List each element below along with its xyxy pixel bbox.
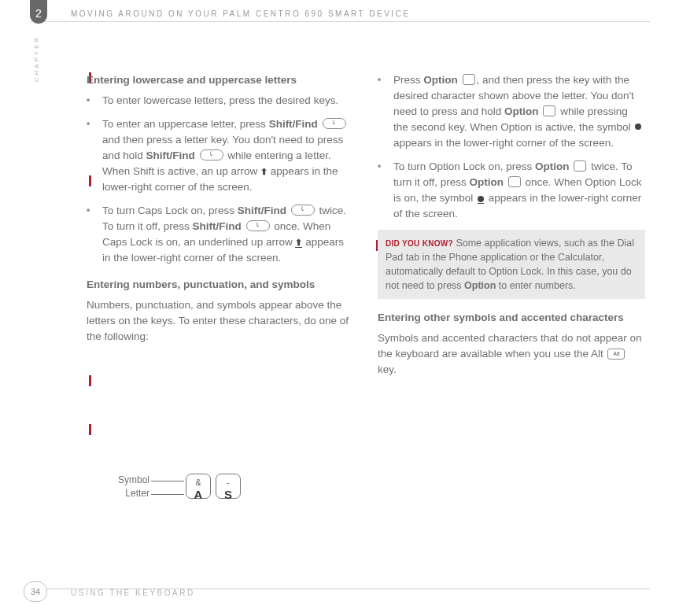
keyname: Option: [464, 280, 496, 291]
bullet-dot-icon: •: [87, 93, 102, 109]
keyname: Shift/Find: [269, 118, 318, 130]
keyname: Shift/Find: [193, 220, 242, 232]
key-a-icon: & A: [186, 474, 211, 499]
diagram-label-symbol: Symbol: [102, 474, 149, 485]
diagram-label-letter: Letter: [102, 488, 149, 499]
option-symbol-icon: [635, 124, 641, 130]
page-number-badge: 34: [24, 581, 47, 602]
key-s-icon: - S: [216, 474, 241, 499]
list-item: • To enter lowercase letters, press the …: [87, 93, 354, 109]
alt-key-icon: Alt: [607, 349, 625, 360]
diagram-leader-line: [151, 494, 184, 495]
list-item: • Press Option , and then press the key …: [378, 72, 645, 151]
text: To turn Caps Lock on, press: [102, 205, 238, 216]
option-lock-symbol-icon: [478, 196, 484, 204]
bullet-text: To enter an uppercase letter, press Shif…: [102, 116, 354, 195]
keyname: Option: [535, 160, 570, 172]
left-column: Entering lowercase and uppercase letters…: [87, 72, 354, 384]
chapter-label-vertical: CHAPTER: [33, 35, 40, 82]
paragraph: Symbols and accented characters that do …: [378, 330, 645, 378]
key-upper-glyph: -: [227, 478, 229, 487]
keyname: Shift/Find: [146, 149, 195, 161]
keyname: Option: [423, 74, 458, 86]
bullet-dot-icon: •: [378, 72, 393, 151]
text: appears in the lower-right corner of the…: [393, 137, 614, 149]
shift-find-key-icon: ⤹: [200, 149, 223, 160]
key-upper-glyph: &: [196, 478, 201, 487]
text: Press: [393, 74, 423, 86]
text: key.: [378, 363, 397, 375]
list-item: • To turn Option Lock on, press Option t…: [378, 159, 645, 222]
key-lower-glyph: S: [216, 489, 240, 501]
list-item: • To enter an uppercase letter, press Sh…: [87, 116, 354, 195]
keyname: Option: [504, 105, 539, 117]
chapter-number-badge: 2: [30, 0, 47, 24]
top-rule: [30, 21, 650, 22]
callout-lead: DID YOU KNOW?: [386, 239, 453, 248]
bullet-text: To enter lowercase letters, press the de…: [102, 93, 354, 109]
key-diagram: Symbol Letter & A - S: [102, 470, 323, 518]
text: To turn Option Lock on, press: [393, 160, 535, 172]
text: Symbols and accented characters that do …: [378, 332, 641, 360]
heading-lowercase-uppercase: Entering lowercase and uppercase letters: [87, 72, 354, 88]
bullet-dot-icon: •: [87, 116, 102, 195]
bullet-dot-icon: •: [378, 159, 393, 222]
option-key-icon: [508, 176, 521, 187]
keyname: Shift/Find: [238, 205, 286, 216]
list-item: • To turn Caps Lock on, press Shift/Find…: [87, 203, 354, 266]
diagram-leader-line: [151, 481, 184, 481]
keyname: Option: [470, 176, 504, 188]
key-lower-glyph: A: [186, 489, 210, 501]
shift-find-key-icon: ⤹: [246, 220, 270, 231]
callout-text: to enter numbers.: [496, 280, 575, 291]
option-key-icon: [543, 105, 555, 116]
content-columns: Entering lowercase and uppercase letters…: [87, 72, 653, 384]
bullet-text: Press Option , and then press the key wi…: [393, 72, 645, 151]
bullet-dot-icon: •: [87, 203, 102, 266]
running-footer: USING THE KEYBOARD: [71, 588, 195, 597]
right-column: • Press Option , and then press the key …: [378, 72, 645, 384]
did-you-know-callout: DID YOU KNOW? Some application views, su…: [378, 230, 645, 300]
shift-find-key-icon: ⤹: [291, 205, 315, 216]
gutter-tick: [89, 424, 91, 435]
bullet-text: To turn Caps Lock on, press Shift/Find ⤹…: [102, 203, 354, 266]
running-header: MOVING AROUND ON YOUR PALM CENTRO 690 SM…: [71, 9, 411, 18]
heading-other-symbols: Entering other symbols and accented char…: [378, 310, 645, 326]
option-key-icon: [463, 74, 475, 85]
option-key-icon: [574, 160, 586, 172]
shift-find-key-icon: ⤹: [323, 118, 346, 129]
up-arrow-icon: ⬆: [260, 165, 268, 178]
heading-numbers-symbols: Entering numbers, punctuation, and symbo…: [87, 277, 354, 293]
bullet-text: To turn Option Lock on, press Option twi…: [393, 159, 645, 222]
text: To enter an uppercase letter, press: [102, 118, 269, 130]
paragraph: Numbers, punctuation, and symbols appear…: [87, 297, 354, 345]
